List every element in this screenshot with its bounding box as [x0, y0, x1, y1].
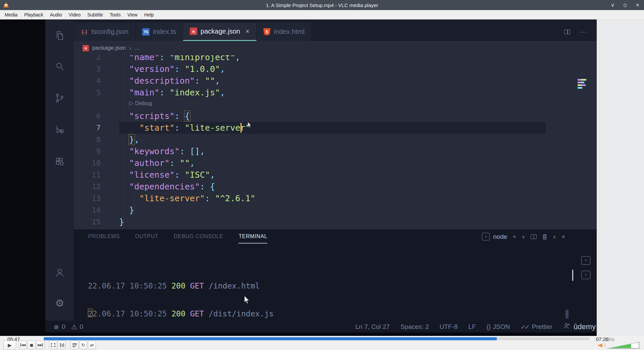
- menu-media[interactable]: Media: [1, 10, 21, 19]
- menu-audio[interactable]: Audio: [47, 10, 65, 19]
- status-bar: ⊗ 0 ⚠ 0 Ln 7, Col 27 Spaces: 2 UTF-8 LF …: [45, 321, 597, 333]
- menu-tools[interactable]: Tools: [106, 10, 124, 19]
- tab-terminal[interactable]: TERMINAL: [238, 233, 267, 244]
- speaker-wave-icon: ): [604, 342, 605, 347]
- editor-tabbar: {‥} tsconfig.json TS index.ts n package.…: [74, 23, 597, 41]
- next-button[interactable]: ▶▶: [36, 341, 44, 349]
- split-terminal-icon[interactable]: [531, 234, 537, 239]
- mouse-cursor: [244, 296, 250, 304]
- encoding[interactable]: UTF-8: [440, 323, 458, 331]
- breadcrumb[interactable]: n package.json › …: [74, 41, 597, 55]
- window-title: 1. A Simple Project Setup.mp4 - VLC medi…: [0, 2, 644, 8]
- previous-button[interactable]: ◀◀: [19, 341, 27, 349]
- code-line: 4 "description": "",: [74, 75, 597, 87]
- code-line: 11 "license": "ISC",: [74, 169, 597, 181]
- bottom-panel: PROBLEMS OUTPUT DEBUG CONSOLE TERMINAL ›…: [74, 229, 597, 321]
- terminal-line: 22.06.17 10:50:25 200 GET /index.html: [88, 281, 274, 291]
- eol-sequence[interactable]: LF: [468, 323, 476, 331]
- codelens-debug[interactable]: ▷ Debug: [129, 98, 152, 110]
- menu-help[interactable]: Help: [141, 10, 157, 19]
- tab-debug-console[interactable]: DEBUG CONSOLE: [174, 233, 223, 244]
- tab-tsconfig-json[interactable]: {‥} tsconfig.json: [74, 23, 136, 41]
- playlist-button[interactable]: [70, 341, 78, 349]
- more-actions-icon[interactable]: ···: [580, 28, 587, 36]
- warnings-icon[interactable]: ⚠: [71, 323, 77, 331]
- feedback-person-icon[interactable]: [563, 322, 570, 331]
- text-cursor: [240, 123, 241, 133]
- code-line: 15}: [74, 216, 597, 228]
- fullscreen-button[interactable]: [49, 341, 57, 349]
- maximize-panel-icon[interactable]: ∧: [553, 234, 556, 239]
- close-button[interactable]: ×: [636, 2, 639, 9]
- tab-package-json[interactable]: n package.json ×: [183, 23, 257, 41]
- braces-icon: {}: [487, 323, 491, 331]
- seek-progress: [44, 337, 497, 340]
- extensions-icon[interactable]: [54, 156, 65, 167]
- source-control-icon[interactable]: [54, 93, 65, 103]
- new-terminal-icon[interactable]: +: [513, 233, 516, 240]
- volume-percent: 95%: [605, 337, 614, 342]
- code-line: 9 "keywords": [],: [74, 145, 597, 157]
- html5-icon: 5: [263, 28, 271, 36]
- language-mode[interactable]: {} JSON: [487, 323, 510, 331]
- menu-subtitle[interactable]: Subtitle: [84, 10, 106, 19]
- errors-count[interactable]: 0: [62, 323, 65, 331]
- stop-button[interactable]: ■: [28, 341, 36, 349]
- terminal-scrollbar[interactable]: [566, 310, 569, 318]
- menu-video[interactable]: Video: [65, 10, 84, 19]
- code-line: 10 "author": "",: [74, 157, 597, 169]
- code-line: 5 "main": "index.js",: [74, 87, 597, 98]
- menu-playback[interactable]: Playback: [21, 10, 47, 19]
- activity-bar: ⚙: [45, 19, 74, 321]
- indentation[interactable]: Spaces: 2: [400, 323, 429, 331]
- warnings-count[interactable]: 0: [80, 323, 84, 331]
- terminal-dropdown-icon[interactable]: ∨: [522, 234, 525, 239]
- vscode-window: ⚙ {‥} tsconfig.json TS index.ts n packag…: [45, 19, 597, 333]
- terminal-instance-item[interactable]: ›: [581, 271, 590, 279]
- split-editor-icon[interactable]: [564, 30, 570, 34]
- errors-icon[interactable]: ⊗: [54, 323, 59, 331]
- search-icon[interactable]: [54, 61, 65, 72]
- settings-gear-icon[interactable]: ⚙: [54, 298, 65, 309]
- code-line-active: 7 "start": "lite-server": [74, 122, 597, 134]
- account-icon[interactable]: [54, 267, 65, 278]
- explorer-icon[interactable]: [54, 30, 65, 41]
- code-line: 8 },: [74, 134, 597, 145]
- extended-settings-button[interactable]: [58, 341, 66, 349]
- play-button[interactable]: ▶: [3, 341, 16, 350]
- menubar: Media Playback Audio Video Subtitle Tool…: [0, 10, 644, 19]
- code-line: 14 }: [74, 204, 597, 216]
- terminal-shell-icon: ›: [482, 233, 490, 240]
- terminal-instance-item[interactable]: ›: [581, 256, 590, 265]
- minimap[interactable]: [578, 79, 588, 94]
- titlebar: 1. A Simple Project Setup.mp4 - VLC medi…: [0, 0, 644, 10]
- minimize-button[interactable]: ∨: [611, 2, 614, 8]
- chevron-right-icon: ›: [129, 44, 131, 52]
- udemy-watermark: ûdemy: [574, 322, 596, 331]
- npm-icon: n: [83, 45, 89, 51]
- close-panel-icon[interactable]: ×: [561, 233, 565, 240]
- menu-view[interactable]: View: [124, 10, 141, 19]
- tab-index-ts[interactable]: TS index.ts: [136, 23, 183, 41]
- typescript-icon: TS: [142, 28, 150, 36]
- tab-index-html[interactable]: 5 index.html: [257, 23, 312, 41]
- run-debug-icon[interactable]: [54, 124, 65, 135]
- loop-button[interactable]: ↻: [79, 341, 87, 349]
- code-editor[interactable]: 2 "name": "miniproject", 3 "version": "1…: [74, 41, 597, 229]
- kill-terminal-icon[interactable]: [542, 234, 547, 240]
- active-terminal-indicator: [572, 270, 573, 281]
- terminal-shell-name[interactable]: node: [493, 233, 507, 240]
- code-line: 3 "version": "1.0.0",: [74, 63, 597, 75]
- tab-output[interactable]: OUTPUT: [135, 233, 158, 244]
- cursor-position[interactable]: Ln 7, Col 27: [356, 323, 390, 331]
- tab-close-icon[interactable]: ×: [246, 28, 250, 35]
- seek-bar[interactable]: [44, 337, 590, 340]
- maximize-button[interactable]: ◇: [623, 2, 627, 8]
- tab-problems[interactable]: PROBLEMS: [88, 233, 120, 244]
- json-braces-icon: {‥}: [80, 28, 88, 36]
- shuffle-button[interactable]: ⇄: [88, 341, 96, 349]
- formatter-status[interactable]: ✓✓ Prettier: [521, 323, 552, 331]
- terminal-line: 22.06.17 10:50:25 200 GET /dist/index.js: [88, 309, 274, 319]
- code-line: 6 "scripts": {: [74, 110, 597, 122]
- video-frame[interactable]: ⚙ {‥} tsconfig.json TS index.ts n packag…: [0, 19, 644, 336]
